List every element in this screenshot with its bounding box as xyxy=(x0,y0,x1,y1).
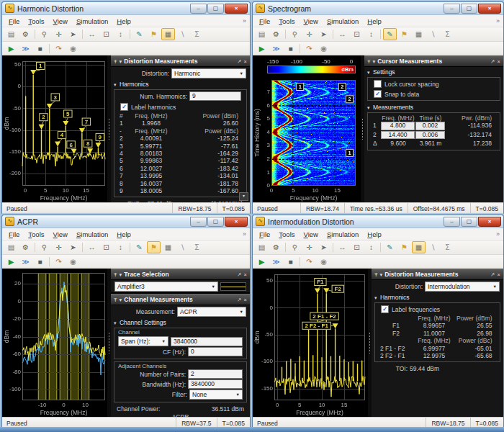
step-forward-icon[interactable]: ≫ xyxy=(269,256,283,268)
select-cursor-icon[interactable]: ➤ xyxy=(66,28,80,40)
signal-statistics-icon[interactable]: Σ xyxy=(441,28,454,40)
cf-input[interactable]: 0 xyxy=(188,347,243,356)
pairs-input[interactable]: 2 xyxy=(188,369,243,379)
minimize-button[interactable]: – xyxy=(190,217,207,227)
zoom-in-icon[interactable]: ⚲ xyxy=(37,28,51,40)
select-cursor-icon[interactable]: ➤ xyxy=(66,241,80,253)
panel-undock-icon[interactable]: ↗ xyxy=(490,58,495,65)
panel-undock-icon[interactable]: ↗ xyxy=(237,271,241,278)
menu-file[interactable]: File xyxy=(4,230,24,239)
snap-to-data-checkbox[interactable]: ✓ xyxy=(374,90,382,98)
section-measurements[interactable]: ▾ Measurements xyxy=(364,102,503,112)
menu-help[interactable]: Help xyxy=(363,230,386,239)
label-frequencies-checkbox[interactable]: ✓ xyxy=(381,305,389,313)
span-y-icon[interactable]: ↕ xyxy=(114,28,127,40)
span-full-icon[interactable]: ⊡ xyxy=(99,28,113,40)
measurements-icon[interactable]: ▦ xyxy=(412,28,426,40)
panel-scroll-down-button[interactable]: ▾ xyxy=(239,192,248,201)
print-icon[interactable]: ▤ xyxy=(255,28,269,40)
titlebar[interactable]: ∿ Harmonic Distortion – ▢ × xyxy=(2,2,250,15)
signal-statistics-icon[interactable]: Σ xyxy=(441,241,454,253)
panel-pin-icon[interactable]: Ŧ xyxy=(374,271,378,278)
panel-close-icon[interactable]: × xyxy=(244,58,247,65)
num-harmonics-input[interactable]: 9 xyxy=(189,91,241,101)
distortion-select[interactable]: Intermodulation ▼ xyxy=(425,282,500,292)
stop-icon[interactable]: ■ xyxy=(33,256,47,268)
settings-icon[interactable]: ⚙ xyxy=(19,28,32,40)
signal-statistics-icon[interactable]: Σ xyxy=(190,28,204,40)
harmonic-spectrum-plot[interactable] xyxy=(2,55,107,202)
step-forward-icon[interactable]: ≫ xyxy=(19,256,32,268)
section-harmonics[interactable]: ▾ Harmonics xyxy=(372,292,503,302)
settings-icon[interactable]: ⚙ xyxy=(269,28,283,40)
menu-help[interactable]: Help xyxy=(112,17,135,26)
simulate-step-icon[interactable]: ↷ xyxy=(52,42,66,55)
menu-file[interactable]: File xyxy=(255,17,274,26)
snapshot-icon[interactable]: ◉ xyxy=(317,42,330,55)
signal-statistics-icon[interactable]: Σ xyxy=(190,241,204,253)
simulate-step-icon[interactable]: ↷ xyxy=(302,256,316,268)
bandwidth-input[interactable]: 3840000 xyxy=(188,379,243,389)
trace-options-icon[interactable]: ✎ xyxy=(383,241,397,253)
menu-file[interactable]: File xyxy=(255,230,274,239)
settings-icon[interactable]: ⚙ xyxy=(19,241,32,253)
menu-file[interactable]: File xyxy=(4,17,24,26)
trace-options-icon[interactable]: ✎ xyxy=(383,28,397,40)
menu-help[interactable]: Help xyxy=(112,230,135,239)
panel-close-icon[interactable]: × xyxy=(498,58,500,65)
panel-pin-icon[interactable]: Ŧ xyxy=(367,58,371,65)
panel-pin-icon[interactable]: Ŧ xyxy=(114,271,117,278)
titlebar[interactable]: ∿ ACPR – ▢ × xyxy=(2,215,250,228)
menu-tools[interactable]: Tools xyxy=(274,17,299,26)
titlebar[interactable]: ∿ Spectrogram – ▢ × xyxy=(253,2,503,15)
cursor2-time-input[interactable]: 0.006 xyxy=(415,131,445,140)
menu-overflow-icon[interactable]: » xyxy=(243,230,248,238)
select-cursor-icon[interactable]: ➤ xyxy=(317,28,330,40)
simulate-step-icon[interactable]: ↷ xyxy=(302,42,316,55)
stop-icon[interactable]: ■ xyxy=(33,42,47,55)
pan-icon[interactable]: ✛ xyxy=(52,241,66,253)
panel-pin-icon[interactable]: Ŧ xyxy=(114,297,117,303)
menu-simulation[interactable]: Simulation xyxy=(323,17,363,26)
span-x-icon[interactable]: ↔ xyxy=(85,28,99,40)
zoom-in-icon[interactable]: ⚲ xyxy=(37,241,51,253)
span-y-icon[interactable]: ↕ xyxy=(364,241,378,253)
snapshot-icon[interactable]: ◉ xyxy=(317,256,330,268)
measurements-icon[interactable]: ▦ xyxy=(161,241,175,253)
section-harmonics[interactable]: ▾ Harmonics xyxy=(111,79,250,89)
maximize-button[interactable]: ▢ xyxy=(207,217,224,227)
span-x-icon[interactable]: ↔ xyxy=(336,28,349,40)
panel-close-icon[interactable]: × xyxy=(498,271,500,278)
panel-pin-icon[interactable]: Ŧ xyxy=(114,58,117,65)
span-full-icon[interactable]: ⊡ xyxy=(350,28,364,40)
axes-config-icon[interactable]: ∖ xyxy=(176,28,189,40)
menu-view[interactable]: View xyxy=(300,230,323,239)
step-forward-icon[interactable]: ≫ xyxy=(269,42,283,55)
menu-simulation[interactable]: Simulation xyxy=(72,17,112,26)
run-icon[interactable]: ▶ xyxy=(4,42,18,55)
span-full-icon[interactable]: ⊡ xyxy=(350,241,364,253)
stop-icon[interactable]: ■ xyxy=(284,42,297,55)
axes-config-icon[interactable]: ∖ xyxy=(426,241,440,253)
label-harmonics-checkbox[interactable]: ✓ xyxy=(120,103,128,111)
distortion-select[interactable]: Harmonic ▼ xyxy=(171,68,246,78)
cursor1-freq-input[interactable]: 4.800 xyxy=(381,122,415,130)
snapshot-icon[interactable]: ◉ xyxy=(66,42,80,55)
panel-collapse-icon[interactable]: ▾ xyxy=(120,58,122,65)
panel-collapse-icon[interactable]: ▾ xyxy=(373,58,376,65)
span-x-icon[interactable]: ↔ xyxy=(336,241,349,253)
spectrogram-plot[interactable] xyxy=(253,55,361,202)
minimize-button[interactable]: – xyxy=(190,4,207,14)
zoom-in-icon[interactable]: ⚲ xyxy=(288,241,302,253)
stop-icon[interactable]: ■ xyxy=(284,256,297,268)
titlebar[interactable]: ∿ Intermodulation Distortion – ▢ × xyxy=(253,215,503,228)
span-input[interactable]: 3840000 xyxy=(171,337,243,346)
print-icon[interactable]: ▤ xyxy=(4,241,18,253)
peak-finder-icon[interactable]: ⚑ xyxy=(147,28,161,40)
panel-close-icon[interactable]: × xyxy=(244,297,247,303)
peak-finder-icon[interactable]: ⚑ xyxy=(397,28,411,40)
panel-collapse-icon[interactable]: ▾ xyxy=(120,297,122,303)
simulate-step-icon[interactable]: ↷ xyxy=(52,256,66,268)
step-forward-icon[interactable]: ≫ xyxy=(19,42,32,55)
section-settings[interactable]: ▾ Settings xyxy=(364,67,503,76)
